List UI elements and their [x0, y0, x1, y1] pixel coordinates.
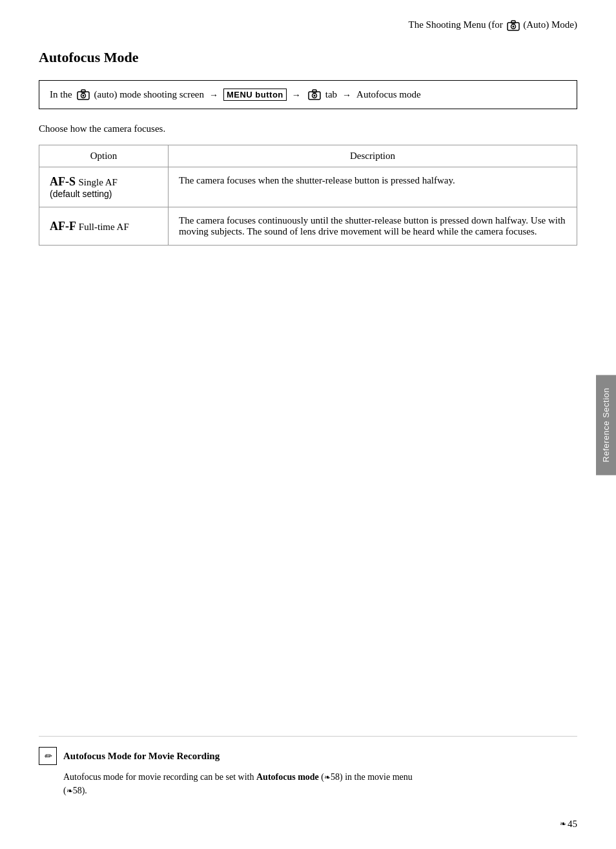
option-cell-aff: AF‑F Full-time AF: [39, 207, 169, 246]
svg-rect-5: [81, 90, 85, 92]
options-table: Option Description AF‑S Single AF (defau…: [39, 145, 577, 246]
note-body: Autofocus mode for movie recording can b…: [63, 770, 577, 797]
nav-box: In the (auto) mode shooting screen → MEN…: [39, 80, 577, 109]
page-container: The Shooting Menu (for (Auto) Mode) Auto…: [0, 0, 616, 849]
afs-sub: (default setting): [50, 189, 158, 199]
aff-name: Full-time AF: [79, 222, 129, 232]
description-cell-aff: The camera focuses continuously until th…: [169, 207, 577, 246]
nav-menu-button: MENU button: [223, 89, 287, 101]
note-bold-text: Autofocus mode: [256, 772, 319, 782]
table-row: AF‑F Full-time AF The camera focuses con…: [39, 207, 577, 246]
note-ref2-end: ).: [82, 786, 87, 795]
note-ref2-symbol: ❧: [67, 786, 73, 795]
header-text: The Shooting Menu (for: [409, 19, 503, 30]
note-ref2-num: 58: [73, 786, 82, 795]
aff-symbol: AF‑F: [50, 220, 79, 233]
svg-point-3: [512, 26, 514, 28]
afs-symbol: AF‑S: [50, 175, 79, 188]
nav-mode-label: (auto) mode shooting screen: [94, 89, 204, 100]
col-header-option: Option: [39, 145, 169, 167]
footer-symbol: ❧: [560, 819, 566, 829]
note-ref1-symbol: ❧: [324, 773, 331, 782]
option-cell-afs: AF‑S Single AF (default setting): [39, 167, 169, 207]
nav-mode-name: Autofocus mode: [356, 89, 421, 100]
note-divider: [39, 736, 577, 737]
note-icon: ✏: [39, 747, 57, 765]
description-cell-afs: The camera focuses when the shutter-rele…: [169, 167, 577, 207]
reference-section-tab: Reference Section: [596, 375, 616, 475]
note-body-prefix: Autofocus mode for movie recording can b…: [63, 772, 254, 782]
nav-prefix: In the: [50, 89, 72, 100]
note-pencil-icon: ✏: [44, 751, 52, 762]
note-title-row: ✏ Autofocus Mode for Movie Recording: [39, 747, 577, 765]
col-header-description: Description: [169, 145, 577, 167]
nav-arrow2: →: [292, 90, 301, 100]
nav-arrow1: →: [209, 90, 218, 100]
note-ref1-end: ) in the movie menu: [340, 772, 413, 782]
page-title: Autofocus Mode: [39, 49, 577, 66]
bottom-note: ✏ Autofocus Mode for Movie Recording Aut…: [39, 736, 577, 797]
table-row: AF‑S Single AF (default setting) The cam…: [39, 167, 577, 207]
svg-rect-1: [511, 21, 515, 23]
svg-point-11: [313, 95, 315, 97]
note-title: Autofocus Mode for Movie Recording: [63, 751, 220, 762]
nav-camera-icon: [77, 89, 90, 100]
page-header: The Shooting Menu (for (Auto) Mode): [39, 19, 577, 31]
note-ref1-num: 58: [331, 772, 340, 782]
header-suffix: (Auto) Mode): [523, 19, 577, 30]
subtitle: Choose how the camera focuses.: [39, 123, 577, 134]
svg-point-7: [82, 95, 84, 97]
nav-arrow3: →: [342, 90, 351, 100]
nav-tab-camera-icon: [308, 89, 321, 100]
nav-tab-label: tab: [325, 89, 337, 100]
svg-rect-9: [313, 90, 316, 92]
page-footer: ❧ 45: [560, 819, 577, 830]
footer-page-num: 45: [568, 819, 577, 830]
camera-icon-header: [507, 20, 520, 31]
afs-name: Single AF: [79, 177, 118, 187]
